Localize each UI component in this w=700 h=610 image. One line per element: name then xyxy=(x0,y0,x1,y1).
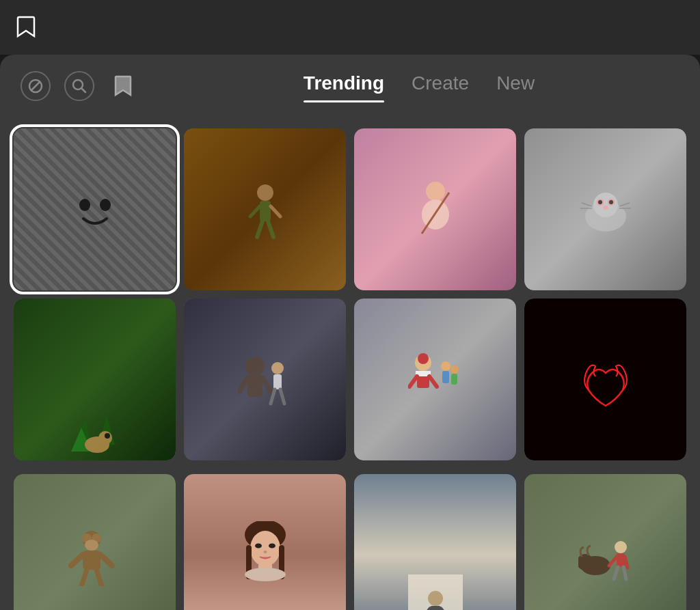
svg-point-13 xyxy=(426,182,445,201)
grid-item-bull[interactable] xyxy=(524,474,686,610)
svg-point-68 xyxy=(245,568,286,581)
grid-item-emoji-face[interactable] xyxy=(14,128,176,290)
svg-point-63 xyxy=(269,543,275,548)
svg-rect-72 xyxy=(430,606,441,610)
svg-rect-80 xyxy=(617,553,625,567)
svg-line-3 xyxy=(81,88,85,92)
svg-point-71 xyxy=(428,591,443,606)
svg-point-17 xyxy=(593,193,618,217)
svg-point-6 xyxy=(100,199,111,211)
tab-new[interactable]: New xyxy=(496,72,535,100)
nav-bar: Trending Create New xyxy=(0,55,700,101)
nav-bookmark-button[interactable] xyxy=(108,71,138,101)
bottom-partial-grid xyxy=(0,474,700,610)
svg-rect-8 xyxy=(260,201,271,221)
svg-line-36 xyxy=(262,378,271,391)
grid-item-running-child[interactable] xyxy=(184,128,346,290)
svg-line-45 xyxy=(409,376,417,387)
svg-line-12 xyxy=(271,206,280,217)
svg-line-84 xyxy=(623,567,626,579)
svg-point-49 xyxy=(450,365,459,374)
svg-line-46 xyxy=(429,376,437,387)
svg-rect-48 xyxy=(442,371,449,383)
svg-line-1 xyxy=(31,81,40,91)
svg-line-25 xyxy=(619,203,630,206)
grid-item-heart-hands[interactable] xyxy=(524,299,686,460)
svg-line-58 xyxy=(81,570,87,586)
svg-line-57 xyxy=(100,555,112,566)
svg-rect-38 xyxy=(273,374,282,389)
grid-item-monkey[interactable] xyxy=(14,474,176,610)
svg-point-32 xyxy=(105,433,110,439)
svg-point-31 xyxy=(98,431,112,445)
tab-trending[interactable]: Trending xyxy=(304,72,384,100)
trending-grid xyxy=(0,115,700,474)
main-panel: Trending Create New xyxy=(0,55,700,610)
svg-point-37 xyxy=(271,362,284,374)
grid-item-santa[interactable] xyxy=(354,299,516,460)
grid-item-mouse[interactable] xyxy=(524,128,686,290)
svg-point-4 xyxy=(68,182,122,237)
svg-line-11 xyxy=(250,206,260,217)
svg-point-5 xyxy=(79,199,90,211)
svg-point-47 xyxy=(441,361,450,371)
svg-point-20 xyxy=(598,200,602,204)
grid-item-portrait[interactable] xyxy=(184,474,346,610)
svg-line-82 xyxy=(625,557,628,568)
svg-point-54 xyxy=(85,540,98,551)
svg-line-81 xyxy=(609,557,617,566)
svg-line-9 xyxy=(257,221,262,237)
svg-point-7 xyxy=(257,184,273,201)
top-bar xyxy=(0,0,700,55)
search-button[interactable] xyxy=(64,71,94,101)
svg-point-61 xyxy=(250,531,280,566)
top-bookmark-button[interactable] xyxy=(14,15,38,40)
svg-point-62 xyxy=(255,543,262,548)
block-button[interactable] xyxy=(21,71,51,101)
svg-rect-50 xyxy=(451,374,457,385)
svg-line-59 xyxy=(96,570,102,586)
svg-point-22 xyxy=(603,206,608,210)
svg-point-33 xyxy=(245,357,265,376)
grid-item-baby-broom[interactable] xyxy=(354,128,516,290)
svg-line-10 xyxy=(268,221,273,237)
svg-line-40 xyxy=(280,389,284,404)
svg-point-44 xyxy=(418,353,429,364)
svg-point-64 xyxy=(263,551,267,553)
grid-item-child-water[interactable] xyxy=(354,474,516,610)
svg-line-56 xyxy=(71,555,83,566)
grid-item-sasquatch[interactable] xyxy=(184,299,346,460)
svg-point-21 xyxy=(609,200,613,204)
svg-line-35 xyxy=(239,378,247,391)
svg-rect-55 xyxy=(83,551,100,570)
svg-line-83 xyxy=(614,567,618,579)
nav-tabs: Trending Create New xyxy=(159,72,679,100)
grid-item-dog-forest[interactable] xyxy=(14,299,176,460)
svg-line-23 xyxy=(582,203,592,206)
svg-point-79 xyxy=(615,541,627,553)
tab-create[interactable]: Create xyxy=(412,72,469,100)
